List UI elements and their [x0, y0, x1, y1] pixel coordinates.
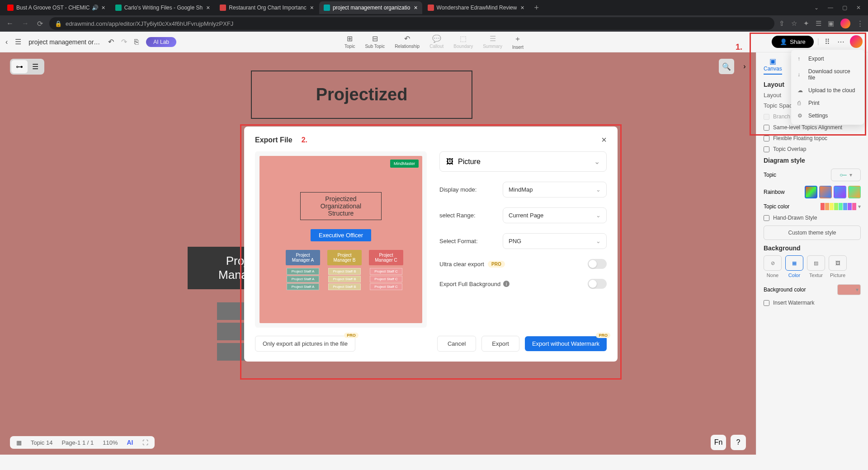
export-button[interactable]: Export: [481, 336, 519, 352]
pro-badge: PRO: [488, 261, 505, 268]
preview-mgr-c: Project Manager C: [369, 250, 403, 265]
dialog-title: Export File: [255, 136, 292, 144]
picture-icon: 🖼: [446, 158, 453, 166]
annotation-callout-2: 2.: [302, 136, 307, 144]
ultra-clear-label: Ultra clear export: [439, 261, 484, 268]
export-preview: MindMaster ProjectizedOrganizational Str…: [255, 151, 427, 328]
export-full-bg-toggle[interactable]: [588, 279, 607, 289]
preview-root: ProjectizedOrganizational Structure: [300, 192, 382, 220]
chevron-down-icon: ⌄: [596, 212, 601, 219]
export-without-watermark-button[interactable]: Export without WatermarkPRO: [525, 336, 607, 351]
chevron-down-icon: ⌄: [596, 238, 601, 244]
select-format-select[interactable]: PNG⌄: [503, 233, 607, 249]
chevron-down-icon: ⌄: [594, 157, 600, 166]
preview-exec: Executive Officer: [311, 229, 371, 241]
file-type-select[interactable]: 🖼 Picture ⌄: [439, 151, 607, 172]
preview-mgr-a: Project Manager A: [286, 250, 320, 265]
close-dialog-button[interactable]: ×: [601, 135, 607, 145]
display-mode-label: Display mode:: [439, 186, 503, 193]
only-export-pictures-button[interactable]: Only export all pictures in the filePRO: [255, 336, 355, 352]
export-full-bg-label: Export Full Background: [439, 281, 500, 287]
display-mode-select[interactable]: MindMap⌄: [503, 182, 607, 197]
ultra-clear-toggle[interactable]: [588, 259, 607, 269]
chevron-down-icon: ⌄: [596, 186, 601, 193]
select-range-label: select Range:: [439, 212, 503, 219]
info-icon[interactable]: i: [503, 281, 509, 287]
select-format-label: Select Format:: [439, 238, 503, 244]
cancel-button[interactable]: Cancel: [437, 336, 476, 352]
watermark-badge: MindMaster: [390, 160, 419, 168]
export-dialog: Export File 2. × MindMaster ProjectizedO…: [244, 127, 618, 362]
preview-mgr-b: Project Manager B: [327, 250, 362, 265]
select-range-select[interactable]: Current Page⌄: [503, 207, 607, 223]
